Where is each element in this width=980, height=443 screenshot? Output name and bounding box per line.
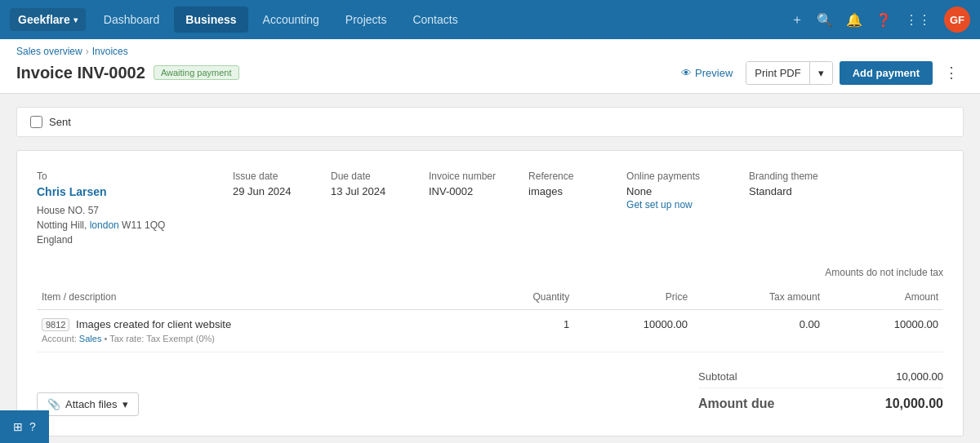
item-description-cell: 9812 Images created for client website A… bbox=[37, 310, 473, 352]
sent-checkbox[interactable] bbox=[30, 116, 42, 128]
issue-date-label: Issue date bbox=[233, 171, 298, 182]
brand-logo[interactable]: Geekflare ▾ bbox=[10, 8, 86, 31]
amount-due-label: Amount due bbox=[698, 396, 774, 411]
subtotal-label: Subtotal bbox=[698, 370, 737, 383]
breadcrumb-separator: › bbox=[86, 46, 89, 57]
page-title-row: Invoice INV-0002 Awaiting payment 👁 Prev… bbox=[16, 60, 964, 85]
amount-due-row: Amount due 10,000.00 bbox=[698, 392, 943, 416]
online-payments-column: Online payments None Get set up now bbox=[626, 171, 716, 247]
nav-item-dashboard[interactable]: Dashboard bbox=[92, 7, 172, 33]
col-item-desc: Item / description bbox=[37, 285, 473, 310]
preview-button[interactable]: 👁 Preview bbox=[675, 62, 739, 84]
col-price: Price bbox=[574, 285, 693, 310]
invoice-card: To Chris Larsen House NO. 57 Notting Hil… bbox=[16, 150, 964, 436]
help-icon[interactable]: ❓ bbox=[875, 12, 892, 28]
to-column: To Chris Larsen House NO. 57 Notting Hil… bbox=[37, 171, 200, 247]
address-highlight: london bbox=[90, 219, 119, 231]
address-line1: House NO. 57 bbox=[37, 203, 200, 218]
item-quantity-cell: 1 bbox=[473, 310, 574, 352]
brand-chevron-icon: ▾ bbox=[74, 16, 78, 24]
nav-icons: ＋ 🔍 🔔 ❓ ⋮⋮ GF bbox=[791, 7, 970, 33]
bell-icon[interactable]: 🔔 bbox=[846, 12, 862, 28]
grid-bottom-icon[interactable]: ⊞ bbox=[13, 420, 23, 433]
breadcrumb: Sales overview › Invoices bbox=[16, 46, 964, 57]
page-title: Invoice INV-0002 Awaiting payment bbox=[16, 64, 239, 82]
due-date-label: Due date bbox=[331, 171, 396, 182]
subtotal-row: Subtotal 10,000.00 bbox=[698, 365, 943, 388]
invoice-number-column: Invoice number INV-0002 bbox=[429, 171, 496, 247]
print-pdf-wrapper: Print PDF ▾ bbox=[746, 61, 832, 85]
nav-item-accounting[interactable]: Accounting bbox=[252, 7, 331, 33]
reference-column: Reference images bbox=[528, 171, 594, 247]
plus-icon[interactable]: ＋ bbox=[791, 11, 804, 29]
due-date-value: 13 Jul 2024 bbox=[331, 185, 396, 197]
amounts-note: Amounts do not include tax bbox=[37, 267, 943, 278]
line-items-table: Item / description Quantity Price Tax am… bbox=[37, 285, 943, 352]
branding-theme-column: Branding theme Standard bbox=[749, 171, 818, 247]
subtotal-value: 10,000.00 bbox=[896, 370, 943, 383]
paperclip-icon: 📎 bbox=[47, 398, 60, 410]
footer-actions: 📎 Attach files ▾ bbox=[37, 392, 139, 416]
item-desc-text: Images created for client website bbox=[76, 318, 231, 330]
print-pdf-dropdown-button[interactable]: ▾ bbox=[810, 62, 832, 84]
add-payment-button[interactable]: Add payment bbox=[840, 61, 933, 85]
item-sub: Account: Sales • Tax rate: Tax Exempt (0… bbox=[42, 334, 468, 343]
item-price-cell: 10000.00 bbox=[574, 310, 693, 352]
invoice-number-value: INV-0002 bbox=[429, 185, 496, 197]
content-area: Sent To Chris Larsen House NO. 57 Nottin… bbox=[0, 94, 980, 443]
col-quantity: Quantity bbox=[473, 285, 574, 310]
invoice-number-label: Invoice number bbox=[429, 171, 496, 182]
client-address: House NO. 57 Notting Hill, london W11 1Q… bbox=[37, 203, 200, 247]
brand-name: Geekflare bbox=[18, 13, 70, 26]
invoice-title: Invoice INV-0002 bbox=[16, 64, 145, 82]
page-header: Sales overview › Invoices Invoice INV-00… bbox=[0, 39, 980, 94]
more-options-button[interactable]: ⋮ bbox=[939, 60, 964, 85]
reference-label: Reference bbox=[528, 171, 594, 182]
due-date-column: Due date 13 Jul 2024 bbox=[331, 171, 396, 247]
attach-files-chevron-icon: ▾ bbox=[122, 398, 128, 410]
nav-item-contacts[interactable]: Contacts bbox=[401, 7, 469, 33]
address-line2: Notting Hill, london W11 1QQ bbox=[37, 218, 200, 233]
branding-theme-value: Standard bbox=[749, 185, 818, 197]
account-link[interactable]: Sales bbox=[79, 334, 102, 343]
print-pdf-button[interactable]: Print PDF bbox=[746, 62, 809, 84]
client-name[interactable]: Chris Larsen bbox=[37, 185, 200, 198]
eye-icon: 👁 bbox=[681, 67, 692, 79]
item-code: 9812 bbox=[42, 318, 69, 331]
col-tax-amount: Tax amount bbox=[693, 285, 825, 310]
issue-date-value: 29 Jun 2024 bbox=[233, 185, 298, 197]
grid-icon[interactable]: ⋮⋮ bbox=[905, 12, 931, 28]
breadcrumb-invoices[interactable]: Invoices bbox=[92, 46, 128, 57]
issue-date-column: Issue date 29 Jun 2024 bbox=[233, 171, 298, 247]
item-amount-cell: 10000.00 bbox=[825, 310, 943, 352]
attach-files-button[interactable]: 📎 Attach files ▾ bbox=[37, 392, 139, 416]
col-amount: Amount bbox=[825, 285, 943, 310]
invoice-meta: To Chris Larsen House NO. 57 Notting Hil… bbox=[37, 171, 943, 247]
top-nav: Geekflare ▾ Dashboard Business Accountin… bbox=[0, 0, 980, 39]
reference-value: images bbox=[528, 185, 594, 197]
online-payments-label: Online payments bbox=[626, 171, 716, 182]
totals-table: Subtotal 10,000.00 Amount due 10,000.00 bbox=[698, 365, 943, 416]
search-icon[interactable]: 🔍 bbox=[817, 12, 833, 28]
nav-item-projects[interactable]: Projects bbox=[334, 7, 399, 33]
breadcrumb-sales[interactable]: Sales overview bbox=[16, 46, 82, 57]
table-row: 9812 Images created for client website A… bbox=[37, 310, 943, 352]
nav-item-business[interactable]: Business bbox=[174, 7, 247, 33]
bottom-bar: ⊞ ? bbox=[0, 410, 49, 443]
user-avatar[interactable]: GF bbox=[944, 7, 970, 33]
item-tax-cell: 0.00 bbox=[693, 310, 825, 352]
sent-row: Sent bbox=[16, 107, 964, 137]
item-description-row: 9812 Images created for client website bbox=[42, 318, 468, 331]
help-bottom-icon[interactable]: ? bbox=[29, 420, 36, 433]
amount-due-value: 10,000.00 bbox=[885, 396, 943, 411]
online-payments-value: None bbox=[626, 185, 716, 197]
to-label: To bbox=[37, 171, 200, 182]
branding-theme-label: Branding theme bbox=[749, 171, 818, 182]
status-badge: Awaiting payment bbox=[154, 65, 239, 80]
address-line3: England bbox=[37, 233, 200, 247]
get-set-up-link[interactable]: Get set up now bbox=[626, 199, 716, 210]
sent-label: Sent bbox=[49, 116, 71, 128]
page-actions: 👁 Preview Print PDF ▾ Add payment ⋮ bbox=[675, 60, 964, 85]
